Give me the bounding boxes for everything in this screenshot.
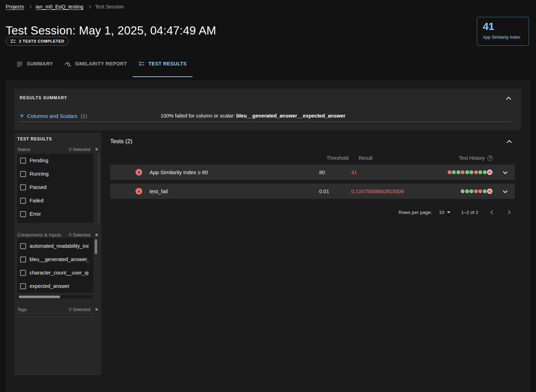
tests-title: Tests (2) — [110, 138, 132, 145]
expand-row-button[interactable] — [500, 168, 510, 177]
status-filter-option[interactable]: Error — [17, 207, 93, 221]
components-filter-option[interactable]: bleu__generated_answer__exp — [17, 253, 93, 266]
tab-test-results-label: TEST RESULTS — [149, 61, 187, 67]
tests-completed-label: 2 TESTS COMPLETED — [19, 39, 64, 43]
components-filter-list: automated_readability_index_ bleu__gener… — [17, 238, 93, 293]
checkbox[interactable] — [20, 171, 26, 177]
tests-section: Tests (2) Threshold Result Test History … — [110, 133, 515, 281]
failed-status-icon — [135, 169, 142, 176]
plus-icon: + — [20, 112, 24, 119]
history-dot — [474, 170, 478, 174]
history-dot — [483, 189, 487, 193]
components-filter-option[interactable]: automated_readability_index_ — [17, 239, 93, 253]
breadcrumb-projects-link[interactable]: Projects — [6, 4, 24, 10]
columns-and-scalars-label: Columns and Scalars — [27, 113, 77, 119]
tags-selected-count: 0 Selected — [69, 307, 90, 312]
breadcrumb-project-link[interactable]: ian_m0_EoQ_testing — [36, 4, 83, 10]
status-filter-option[interactable]: Passed — [17, 181, 93, 194]
status-list-scrollbar[interactable] — [98, 154, 99, 223]
components-clear-icon[interactable] — [95, 233, 99, 237]
checklist-icon — [10, 38, 16, 44]
chevron-left-icon — [490, 210, 495, 215]
failure-message: 100% failed for column or scalar: bleu__… — [160, 113, 346, 119]
status-option-label: Pending — [30, 158, 89, 163]
status-clear-icon[interactable] — [95, 147, 99, 152]
failure-message-prefix: 100% failed for column or scalar: — [160, 113, 236, 119]
failed-status-icon — [135, 188, 142, 195]
tab-summary[interactable]: SUMMARY — [11, 57, 59, 77]
tests-collapse-button[interactable] — [504, 137, 514, 147]
tests-table-header: Threshold Result Test History — [110, 155, 515, 163]
checkbox[interactable] — [20, 257, 26, 263]
tags-filter-header: Tags 0 Selected — [17, 306, 99, 312]
tab-test-results[interactable]: TEST RESULTS — [133, 57, 193, 77]
chevron-up-icon — [506, 97, 511, 102]
help-icon[interactable] — [487, 156, 493, 161]
rows-per-page-select[interactable]: 10 — [439, 210, 450, 215]
failure-message-target: bleu__generated_answer__expected_answer — [236, 113, 345, 119]
tab-similarity-report[interactable]: SIMILARITY REPORT — [59, 57, 133, 77]
status-option-label: Error — [30, 211, 89, 217]
components-list-horizontal-scrollbar-track — [17, 295, 93, 298]
status-filter-list: Pending Running Passed Failed — [17, 154, 93, 223]
checkbox[interactable] — [20, 270, 26, 276]
checkbox[interactable] — [20, 158, 26, 164]
chevron-right-icon — [87, 5, 91, 8]
tags-filter-list-empty — [17, 313, 93, 317]
status-filter-option[interactable]: Pending — [17, 154, 93, 167]
tab-similarity-report-label: SIMILARITY REPORT — [75, 61, 127, 67]
components-list-horizontal-scrollbar[interactable] — [19, 296, 60, 298]
expand-cell — [495, 168, 515, 177]
status-option-label: Failed — [30, 198, 89, 203]
checkbox[interactable] — [20, 211, 26, 217]
column-header-test-history: Test History — [459, 155, 493, 161]
next-page-button[interactable] — [504, 208, 513, 217]
status-option-label: Passed — [30, 184, 89, 190]
expand-row-button[interactable] — [500, 187, 510, 196]
status-option-label: Running — [30, 171, 89, 177]
history-dot — [469, 170, 473, 174]
checkbox[interactable] — [20, 243, 26, 249]
results-summary-row: + Columns and Scalars (1) 100% failed fo… — [20, 110, 512, 122]
table-row[interactable]: App Similarity Index ≥ 80 80 41 — [110, 165, 515, 180]
status-filter-option[interactable]: Running — [17, 167, 93, 181]
column-header-threshold: Threshold — [327, 155, 348, 161]
column-header-result: Result — [359, 155, 373, 161]
components-filter-option[interactable]: expected_answer — [17, 279, 93, 293]
test-result: 0.12475009662815009 — [351, 189, 443, 194]
history-dot — [448, 170, 452, 174]
test-result: 41 — [351, 170, 443, 175]
test-history-dots — [443, 170, 495, 174]
breadcrumb-current: Test Session — [95, 4, 124, 10]
chevron-down-icon — [503, 170, 507, 174]
test-history-label: Test History — [459, 155, 485, 161]
status-filter-header: Status 0 Selected — [17, 146, 99, 152]
status-filter-option[interactable]: Failed — [17, 194, 93, 207]
table-row[interactable]: test_fail 0.01 0.12475009662815009 — [110, 184, 515, 199]
history-dot — [488, 189, 492, 193]
tests-completed-badge: 2 TESTS COMPLETED — [6, 37, 69, 46]
test-history-dots — [443, 189, 495, 193]
history-dot — [478, 170, 482, 174]
caret-down-icon — [447, 211, 450, 213]
components-filter-label: Components & Inputs — [17, 232, 69, 238]
test-results-filter-sidebar: TEST RESULTS Status 0 Selected Pending R… — [14, 133, 101, 375]
tags-clear-icon[interactable] — [95, 307, 99, 312]
rows-per-page-label: Rows per page: — [399, 210, 432, 215]
checkbox[interactable] — [20, 283, 26, 289]
status-filter-label: Status — [17, 147, 69, 152]
components-filter-header: Components & Inputs 0 Selected — [17, 232, 99, 238]
tab-bar: SUMMARY SIMILARITY REPORT TEST RESULTS — [11, 57, 193, 77]
checkbox[interactable] — [20, 198, 26, 204]
checkbox[interactable] — [20, 184, 26, 190]
chevron-up-icon — [507, 140, 512, 145]
components-list-vertical-scrollbar[interactable] — [95, 239, 97, 254]
query-stats-icon — [64, 61, 71, 68]
components-filter-option[interactable]: character_count__user_quest — [17, 266, 93, 279]
previous-page-button[interactable] — [487, 208, 497, 217]
checklist-icon — [138, 61, 145, 67]
test-threshold: 0.01 — [319, 189, 351, 194]
results-summary-collapse-button[interactable] — [504, 94, 513, 103]
columns-and-scalars-link[interactable]: + Columns and Scalars (1) — [20, 113, 87, 119]
history-dot — [474, 189, 478, 193]
